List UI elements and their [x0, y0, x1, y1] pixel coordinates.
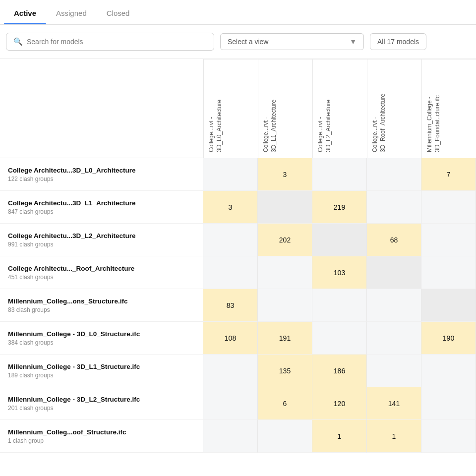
cell-r1-c2 — [258, 191, 312, 224]
col-header-1: College...rvt - 3D_L1_Architecture — [258, 59, 312, 158]
select-view-dropdown[interactable]: Select a view ▼ — [220, 33, 364, 50]
cell-r6-c2[interactable]: 135 — [258, 355, 312, 387]
cell-r8-c1 — [203, 420, 258, 453]
select-view-label: Select a view — [228, 38, 268, 46]
search-input[interactable] — [27, 38, 207, 46]
cell-r4-c3 — [312, 289, 367, 322]
search-icon: 🔍 — [13, 37, 23, 46]
cell-r6-c4 — [367, 355, 421, 387]
cell-r0-c2[interactable]: 3 — [258, 158, 312, 191]
cell-r1-c1[interactable]: 3 — [203, 191, 258, 224]
row-label-8: Millennium_Colleg...oof_Structure.ifc1 c… — [0, 420, 203, 453]
cell-r0-c3 — [312, 158, 367, 191]
cell-r2-c3 — [312, 224, 367, 256]
row-label-0: College Architectu...3D_L0_Architecture1… — [0, 158, 203, 191]
cell-r0-c4 — [367, 158, 421, 191]
cell-r6-c1 — [203, 355, 258, 387]
tab-bar: Active Assigned Closed — [0, 0, 476, 25]
cell-r2-c2[interactable]: 202 — [258, 224, 312, 256]
cell-r1-c5 — [421, 191, 476, 224]
cell-r2-c1 — [203, 224, 258, 256]
cell-r8-c2 — [258, 420, 312, 453]
cell-r7-c5 — [421, 387, 476, 420]
cell-r7-c1 — [203, 387, 258, 420]
tab-assigned[interactable]: Assigned — [46, 0, 97, 24]
row-label-4: Millennium_Colleg...ons_Structure.ifc83 … — [0, 289, 203, 322]
row-label-7: Millennium_College - 3D_L2_Structure.ifc… — [0, 387, 203, 420]
cell-r7-c2[interactable]: 6 — [258, 387, 312, 420]
cell-r5-c3 — [312, 322, 367, 355]
clash-matrix: College...rvt - 3D_L0_ArchitectureColleg… — [0, 59, 476, 453]
cell-r2-c4[interactable]: 68 — [367, 224, 421, 256]
toolbar: 🔍 Select a view ▼ All 17 models — [0, 25, 476, 59]
row-label-6: Millennium_College - 3D_L1_Structure.ifc… — [0, 355, 203, 387]
cell-r1-c4 — [367, 191, 421, 224]
cell-r7-c3[interactable]: 120 — [312, 387, 367, 420]
cell-r3-c3[interactable]: 103 — [312, 256, 367, 289]
cell-r6-c5 — [421, 355, 476, 387]
cell-r4-c4 — [367, 289, 421, 322]
cell-r0-c5[interactable]: 7 — [421, 158, 476, 191]
cell-r8-c3[interactable]: 1 — [312, 420, 367, 453]
cell-r4-c2 — [258, 289, 312, 322]
cell-r4-c1[interactable]: 83 — [203, 289, 258, 322]
cell-r5-c5[interactable]: 190 — [421, 322, 476, 355]
cell-r3-c4 — [367, 256, 421, 289]
cell-r2-c5 — [421, 224, 476, 256]
cell-r3-c2 — [258, 256, 312, 289]
col-header-0: College...rvt - 3D_L0_Architecture — [203, 59, 258, 158]
cell-r6-c3[interactable]: 186 — [312, 355, 367, 387]
models-count-badge: All 17 models — [370, 33, 426, 50]
cell-r3-c5 — [421, 256, 476, 289]
cell-r5-c4 — [367, 322, 421, 355]
row-label-2: College Architectu...3D_L2_Architecture9… — [0, 224, 203, 256]
cell-r7-c4[interactable]: 141 — [367, 387, 421, 420]
col-header-2: College...rvt - 3D_L2_Architecture — [312, 59, 367, 158]
cell-r0-c1 — [203, 158, 258, 191]
tab-closed[interactable]: Closed — [97, 0, 140, 24]
cell-r1-c3[interactable]: 219 — [312, 191, 367, 224]
cell-r5-c1[interactable]: 108 — [203, 322, 258, 355]
tab-active[interactable]: Active — [4, 0, 46, 24]
search-box[interactable]: 🔍 — [6, 33, 214, 51]
cell-r8-c5 — [421, 420, 476, 453]
col-header-3: College...rvt - 3D_Roof_Architecture — [367, 59, 421, 158]
row-label-3: College Architectu..._Roof_Architecture4… — [0, 256, 203, 289]
cell-r8-c4[interactable]: 1 — [367, 420, 421, 453]
chevron-down-icon: ▼ — [350, 38, 357, 46]
matrix-corner — [0, 59, 203, 158]
row-label-5: Millennium_College - 3D_L0_Structure.ifc… — [0, 322, 203, 355]
cell-r5-c2[interactable]: 191 — [258, 322, 312, 355]
cell-r4-c5 — [421, 289, 476, 322]
col-header-4: Millennium_College - 3D_Foundat..cture.i… — [421, 59, 476, 158]
cell-r3-c1 — [203, 256, 258, 289]
row-label-1: College Architectu...3D_L1_Architecture8… — [0, 191, 203, 224]
